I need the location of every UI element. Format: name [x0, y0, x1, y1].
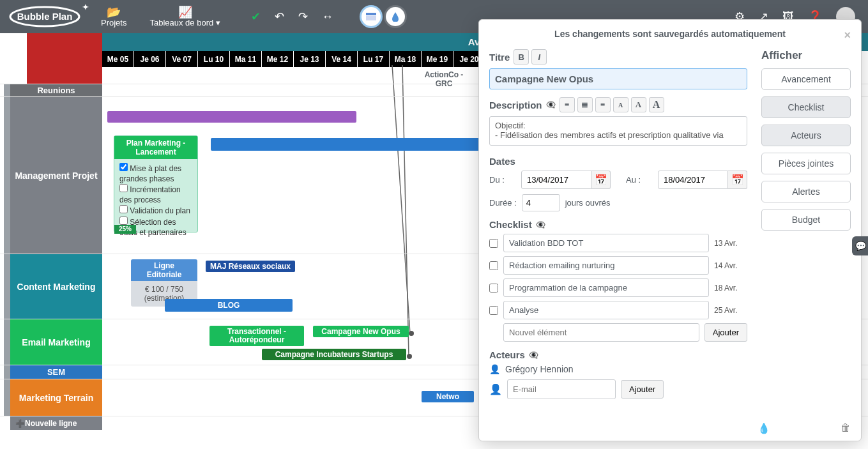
card-title: Plan Marketing -Lancement: [114, 136, 197, 159]
logo[interactable]: Bubble Plan ✦: [6, 4, 89, 29]
duration-input[interactable]: [522, 194, 560, 211]
checklist-checkbox[interactable]: [489, 284, 498, 293]
add-actor-button[interactable]: Ajouter: [621, 380, 664, 399]
bar-incubateurs[interactable]: Campagne Incubateurs Startups: [262, 349, 406, 360]
font-small-button[interactable]: A: [613, 97, 628, 112]
day-cell[interactable]: Ma 18: [390, 51, 422, 67]
checklist-text[interactable]: Programmation de la campagne: [503, 278, 709, 297]
detail-panel: Les changements sont sauvegardés automat…: [478, 19, 862, 441]
title-input[interactable]: [489, 68, 747, 89]
description-textarea[interactable]: Objectif: - Fidélisation des membres act…: [489, 116, 747, 146]
add-checklist-button[interactable]: Ajouter: [704, 323, 747, 342]
checklist-text[interactable]: Rédaction emailing nurturing: [503, 256, 709, 275]
close-icon[interactable]: ×: [844, 29, 851, 42]
italic-button[interactable]: I: [531, 49, 547, 65]
bar-purple[interactable]: [107, 111, 356, 123]
checklist-row: Validation BDD TOT13 Avr.: [489, 234, 747, 252]
day-cell[interactable]: Me 05: [102, 51, 134, 67]
card-ligne-title: Ligne Editoriale: [131, 259, 197, 281]
chart-icon: 📈: [178, 6, 192, 18]
nav-projects-label: Projets: [101, 18, 126, 27]
eye-hidden-icon[interactable]: 👁‍🗨: [536, 220, 545, 229]
view-mode-drop[interactable]: [386, 7, 405, 26]
fit-icon[interactable]: ↔: [322, 10, 333, 24]
plan-item-3-check[interactable]: [119, 205, 128, 213]
plan-item-3: Validation du plan: [130, 206, 190, 215]
row-handle[interactable]: [4, 379, 10, 416]
day-cell[interactable]: Me 19: [422, 51, 453, 67]
row-handle[interactable]: [4, 365, 10, 379]
chat-tab-icon[interactable]: 💬: [852, 236, 868, 255]
row-header-terrain[interactable]: Marketing Terrain: [10, 379, 102, 416]
plan-item-2-check[interactable]: [119, 184, 128, 192]
bar-campagne-opus[interactable]: Campagne New Opus: [313, 326, 409, 337]
side-btn-pièces-jointes[interactable]: Pièces jointes: [761, 153, 851, 174]
eye-hidden-icon[interactable]: 👁‍🗨: [529, 351, 538, 360]
day-cell[interactable]: Je 06: [134, 51, 166, 67]
side-btn-checklist[interactable]: Checklist: [761, 96, 851, 118]
bar-transactionnel[interactable]: Transactionnel -Autorépondeur: [209, 326, 304, 346]
align-center-button[interactable]: ≣: [577, 97, 593, 112]
actor-email-input[interactable]: [507, 379, 616, 399]
row-header-sem[interactable]: SEM: [10, 365, 102, 379]
checklist-text[interactable]: Validation BDD TOT: [503, 234, 709, 252]
day-cell[interactable]: Je 13: [294, 51, 326, 67]
align-right-button[interactable]: ≡: [595, 97, 611, 112]
day-cell[interactable]: Lu 17: [358, 51, 390, 67]
date-to-input[interactable]: [658, 171, 728, 189]
new-line-button[interactable]: ➕ Nouvelle ligne: [10, 416, 102, 430]
undo-icon[interactable]: ↶: [275, 10, 284, 24]
checklist-date: 13 Avr.: [714, 239, 747, 248]
day-cell[interactable]: Ve 14: [326, 51, 358, 67]
svg-rect-3: [366, 13, 376, 15]
new-checklist-input[interactable]: [503, 323, 699, 342]
bar-blog[interactable]: BLOG: [165, 299, 293, 312]
view-mode-calendar[interactable]: [362, 7, 381, 26]
side-btn-avancement[interactable]: Avancement: [761, 68, 851, 90]
redo-icon[interactable]: ↷: [298, 10, 308, 24]
side-btn-acteurs[interactable]: Acteurs: [761, 125, 851, 146]
calendar-icon[interactable]: 📅: [728, 171, 747, 189]
calendar-icon[interactable]: 📅: [591, 171, 611, 189]
row-header-content[interactable]: Content Marketing: [10, 254, 102, 319]
eye-hidden-icon[interactable]: 👁‍🗨: [546, 100, 556, 109]
checklist-checkbox[interactable]: [489, 239, 498, 248]
align-left-button[interactable]: ≡: [560, 97, 575, 112]
day-cell[interactable]: Ma 11: [230, 51, 262, 67]
trash-icon[interactable]: 🗑: [841, 422, 851, 434]
day-cell[interactable]: Ve 07: [166, 51, 198, 67]
row-handle[interactable]: [4, 84, 10, 96]
date-from-input[interactable]: [521, 171, 591, 189]
color-drop-icon[interactable]: 💧: [758, 422, 770, 434]
dates-label: Dates: [489, 156, 515, 167]
row-handle[interactable]: [4, 319, 10, 365]
nav-projects[interactable]: 📂 Projets: [89, 6, 138, 27]
bold-button[interactable]: B: [514, 49, 529, 65]
checklist-checkbox[interactable]: [489, 306, 498, 315]
day-cell[interactable]: Lu 10: [198, 51, 230, 67]
font-large-button[interactable]: A: [649, 97, 664, 112]
row-header-reunions[interactable]: Reunions: [10, 84, 102, 96]
row-handle[interactable]: [4, 97, 10, 254]
side-btn-alertes[interactable]: Alertes: [761, 181, 851, 202]
nav-dashboards[interactable]: 📈 Tableaux de bord ▾: [138, 6, 231, 27]
font-med-button[interactable]: A: [631, 97, 646, 112]
bar-networking[interactable]: Netwo: [422, 391, 474, 402]
bar-maj-reseaux[interactable]: MAJ Réseaux sociaux: [206, 261, 295, 272]
plan-item-4-check[interactable]: [119, 217, 128, 225]
plan-item-1-check[interactable]: [119, 163, 128, 171]
checklist-text[interactable]: Analyse: [503, 301, 709, 319]
checklist-checkbox[interactable]: [489, 261, 498, 270]
row-handle[interactable]: [4, 254, 10, 319]
from-label: Du :: [489, 175, 515, 185]
card-plan-marketing[interactable]: Plan Marketing -Lancement Mise à plat de…: [114, 135, 198, 232]
row-header-mgmt[interactable]: Management Projet: [10, 97, 102, 254]
side-btn-budget[interactable]: Budget: [761, 209, 851, 231]
title-label: Titre: [489, 52, 510, 63]
row-header-email[interactable]: Email Marketing: [10, 319, 102, 365]
check-icon[interactable]: ✔: [251, 10, 261, 24]
day-cell[interactable]: Me 12: [262, 51, 294, 67]
svg-rect-4: [366, 16, 376, 20]
checklist-date: 25 Avr.: [714, 306, 747, 315]
svg-text:Bubble Plan: Bubble Plan: [17, 11, 73, 22]
